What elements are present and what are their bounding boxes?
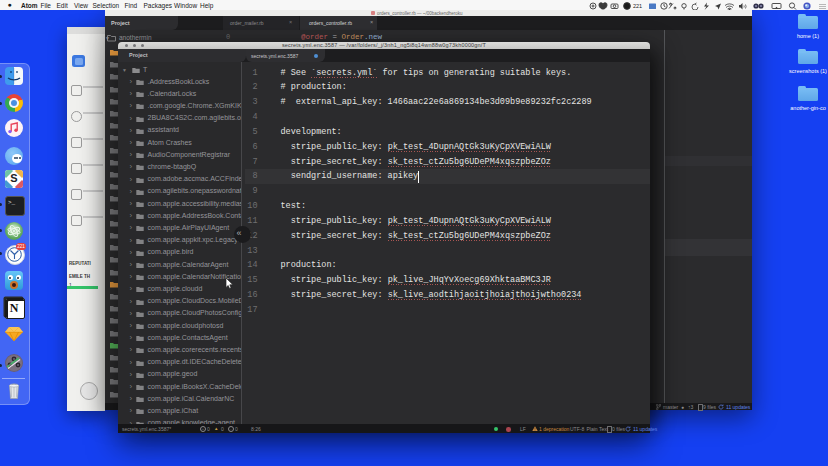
svg-text:221: 221 [633, 3, 642, 9]
